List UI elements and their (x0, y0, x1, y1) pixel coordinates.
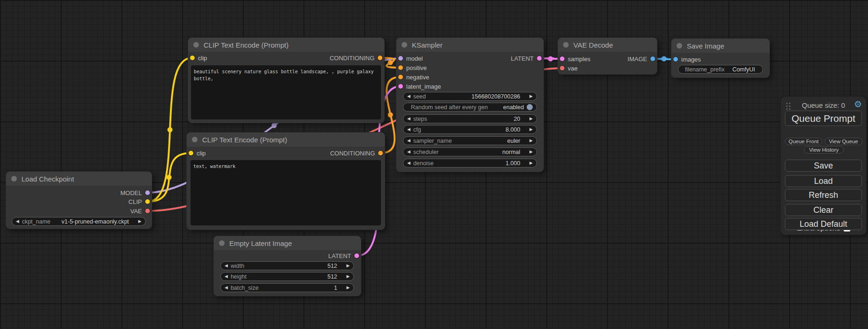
node-load-checkpoint[interactable]: Load Checkpoint MODEL CLIP VAE ◀ ckpt_na… (6, 172, 152, 229)
clip-port[interactable] (190, 56, 195, 60)
height-widget[interactable]: ◀ height 512 ▶ (220, 272, 354, 281)
increment-arrow-icon[interactable]: ▶ (529, 94, 533, 98)
latent-port[interactable] (537, 56, 542, 61)
node-title: VAE Decode (573, 41, 613, 49)
node-clip-text-encode-positive[interactable]: CLIP Text Encode (Prompt) clip CONDITION… (188, 38, 384, 123)
random-seed-toggle-widget[interactable]: Random seed after every gen enabled (403, 103, 537, 112)
decrement-arrow-icon[interactable]: ◀ (407, 117, 410, 121)
node-graph-canvas[interactable]: Load Checkpoint MODEL CLIP VAE ◀ ckpt_na… (0, 0, 868, 329)
batch-size-widget[interactable]: ◀ batch_size 1 ▶ (220, 283, 354, 292)
queue-front-button[interactable]: Queue Front (785, 138, 822, 145)
model-port[interactable] (398, 56, 403, 61)
conditioning-port[interactable] (378, 56, 382, 60)
prompt-textarea[interactable]: text, watermark (191, 160, 381, 225)
widget-label: Random seed after every gen (411, 104, 488, 111)
output-label: LATENT (511, 55, 534, 62)
input-label: latent_image (406, 83, 441, 90)
ckpt-name-widget[interactable]: ◀ ckpt_name v1-5-pruned-emaonly.ckpt ▶ (12, 217, 146, 226)
link-midpoint-dot (272, 123, 277, 128)
input-label: clip (197, 150, 206, 157)
refresh-button[interactable]: Refresh (785, 189, 862, 201)
load-button[interactable]: Load (785, 175, 862, 187)
latent-port[interactable] (354, 253, 359, 258)
width-widget[interactable]: ◀ width 512 ▶ (220, 261, 354, 270)
increment-arrow-icon[interactable]: ▶ (529, 139, 533, 143)
conditioning-port[interactable] (398, 65, 403, 70)
vae-port[interactable] (560, 66, 565, 70)
collapse-dot-icon[interactable] (563, 42, 569, 48)
collapse-dot-icon[interactable] (192, 137, 198, 142)
decrement-arrow-icon[interactable]: ◀ (407, 127, 410, 132)
decrement-arrow-icon[interactable]: ◀ (407, 139, 410, 143)
increment-arrow-icon[interactable]: ▶ (138, 219, 141, 224)
view-history-button[interactable]: View History (804, 146, 844, 154)
node-title-bar[interactable]: CLIP Text Encode (Prompt) (188, 38, 384, 52)
scheduler-widget[interactable]: ◀ scheduler normal ▶ (403, 147, 537, 156)
increment-arrow-icon[interactable]: ▶ (529, 161, 533, 165)
conditioning-port[interactable] (398, 75, 403, 79)
clip-port[interactable] (145, 199, 150, 204)
link-midpoint-dot (388, 112, 393, 118)
toggle-icon[interactable] (527, 104, 533, 110)
node-title: CLIP Text Encode (Prompt) (204, 41, 289, 49)
node-save-image[interactable]: Save Image images filename_prefix ComfyU… (671, 39, 769, 77)
increment-arrow-icon[interactable]: ▶ (346, 264, 350, 268)
increment-arrow-icon[interactable]: ▶ (529, 150, 533, 154)
filename-prefix-widget[interactable]: filename_prefix ComfyUI (678, 65, 763, 74)
save-button[interactable]: Save (785, 160, 862, 172)
node-title-bar[interactable]: CLIP Text Encode (Prompt) (187, 133, 385, 147)
image-port[interactable] (673, 57, 678, 62)
node-title-bar[interactable]: KSampler (396, 38, 543, 52)
increment-arrow-icon[interactable]: ▶ (529, 117, 533, 121)
output-clip: CLIP (128, 197, 150, 206)
gear-icon[interactable]: ⚙ (854, 100, 862, 109)
collapse-dot-icon[interactable] (193, 42, 199, 48)
node-clip-text-encode-negative[interactable]: CLIP Text Encode (Prompt) clip CONDITION… (187, 133, 385, 230)
model-port[interactable] (145, 190, 150, 195)
node-title-bar[interactable]: VAE Decode (558, 38, 657, 52)
output-label: CLIP (128, 198, 142, 205)
conditioning-port[interactable] (378, 151, 383, 155)
clear-button[interactable]: Clear (785, 204, 862, 216)
decrement-arrow-icon[interactable]: ◀ (16, 219, 19, 224)
collapse-dot-icon[interactable] (677, 43, 682, 49)
decrement-arrow-icon[interactable]: ◀ (407, 94, 410, 98)
output-latent: LATENT (511, 54, 542, 63)
latent-port[interactable] (560, 56, 565, 61)
increment-arrow-icon[interactable]: ▶ (346, 274, 350, 279)
decrement-arrow-icon[interactable]: ◀ (225, 274, 228, 279)
decrement-arrow-icon[interactable]: ◀ (407, 150, 410, 154)
node-vae-decode[interactable]: VAE Decode samples vae IMAGE (558, 38, 657, 74)
widget-value: enabled (503, 104, 524, 111)
link-midpoint-dot (662, 56, 667, 62)
decrement-arrow-icon[interactable]: ◀ (225, 286, 228, 290)
decrement-arrow-icon[interactable]: ◀ (407, 161, 410, 165)
widget-value: v1-5-pruned-emaonly.ckpt (62, 218, 129, 225)
load-default-button[interactable]: Load Default (785, 218, 862, 230)
node-empty-latent-image[interactable]: Empty Latent Image LATENT ◀ width 512 ▶ … (214, 236, 361, 296)
node-ksampler[interactable]: KSampler model positive negative latent_… (396, 38, 543, 172)
vae-port[interactable] (145, 209, 150, 213)
widget-label: filename_prefix (685, 66, 725, 73)
increment-arrow-icon[interactable]: ▶ (529, 127, 533, 132)
input-label: positive (406, 64, 427, 71)
queue-prompt-button[interactable]: Queue Prompt (785, 111, 862, 126)
denoise-widget[interactable]: ◀ denoise 1.000 ▶ (403, 159, 537, 168)
collapse-dot-icon[interactable] (219, 240, 225, 246)
node-title-bar[interactable]: Empty Latent Image (214, 236, 361, 250)
seed-widget[interactable]: ◀ seed 156680208700286 ▶ (403, 92, 537, 101)
collapse-dot-icon[interactable] (402, 42, 407, 48)
clip-port[interactable] (189, 151, 193, 155)
steps-widget[interactable]: ◀ steps 20 ▶ (403, 114, 537, 123)
increment-arrow-icon[interactable]: ▶ (346, 286, 350, 290)
node-title-bar[interactable]: Save Image (671, 39, 769, 53)
decrement-arrow-icon[interactable]: ◀ (225, 264, 228, 268)
view-queue-button[interactable]: View Queue (825, 138, 862, 145)
cfg-widget[interactable]: ◀ cfg 8.000 ▶ (403, 125, 537, 134)
latent-port[interactable] (398, 84, 403, 89)
image-port[interactable] (650, 56, 655, 61)
sampler-name-widget[interactable]: ◀ sampler_name euler ▶ (403, 136, 537, 145)
prompt-textarea[interactable]: beautiful scenery nature glass bottle la… (191, 65, 381, 119)
node-title-bar[interactable]: Load Checkpoint (6, 172, 152, 186)
collapse-dot-icon[interactable] (11, 176, 17, 182)
